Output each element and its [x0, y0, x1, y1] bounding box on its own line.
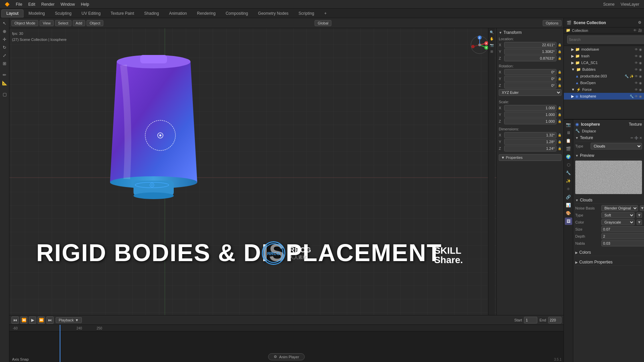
camera-icon[interactable]: 📷	[489, 42, 494, 48]
outliner[interactable]: ▶ 📁 modelsave 👁 ◉ ▶ 📁 trash 👁 ◉	[564, 46, 644, 120]
colors-header[interactable]: ▶ Colors	[575, 249, 642, 256]
render-icon-producttube[interactable]: ◉	[639, 74, 642, 78]
zoom-in-icon[interactable]: 🔍	[489, 29, 494, 35]
dimensions-y-lock[interactable]: 🔒	[558, 140, 561, 143]
props-icon-physics[interactable]: ⚛	[565, 185, 572, 193]
rotate-tool[interactable]: ↻	[1, 44, 8, 51]
anim-player-btn[interactable]: ⚙ Anim Player	[268, 353, 305, 360]
scale-y-input[interactable]	[504, 112, 556, 118]
object-mode-btn[interactable]: Object Mode	[11, 20, 38, 26]
outliner-item-producttube[interactable]: ▲ producttube.003 🔧 ✨ 👁 ◉	[564, 73, 644, 79]
scale-z-lock[interactable]: 🔒	[558, 120, 561, 123]
view-btn[interactable]: View	[40, 20, 54, 26]
preview-header[interactable]: ▼ Preview	[575, 152, 642, 159]
scale-x-lock[interactable]: 🔒	[558, 106, 561, 110]
tab-animation[interactable]: Animation	[164, 9, 192, 17]
eye-icon-icosphere[interactable]: 👁	[635, 95, 638, 98]
texture-type-select[interactable]: Clouds	[591, 143, 642, 149]
play-btn[interactable]: ▶	[29, 316, 36, 324]
eye-icon-bubbles[interactable]: 👁	[635, 68, 638, 71]
viewport-3d[interactable]: fps: 30 (27) Scene Collection | Icospher…	[9, 28, 564, 315]
collection-eye-icon[interactable]: 👁	[633, 28, 637, 32]
transform-tool[interactable]: ⊞	[1, 60, 8, 67]
rotation-x-lock[interactable]: 🔒	[558, 70, 561, 74]
nabla-input[interactable]	[601, 240, 644, 246]
modifier-icon-icosphere[interactable]: 🔧	[630, 95, 634, 98]
render-icon-force[interactable]: ◉	[639, 88, 642, 92]
location-x-lock[interactable]: 🔒	[558, 43, 561, 47]
props-icon-texture[interactable]: 🖼	[565, 218, 572, 225]
clouds-header[interactable]: ▼ Clouds	[575, 197, 642, 204]
props-icon-world[interactable]: 🌍	[565, 153, 572, 161]
modifier-icon-producttube[interactable]: 🔧	[625, 74, 629, 78]
props-icon-object[interactable]: ⬡	[565, 161, 572, 169]
tab-geometry-nodes[interactable]: Geometry Nodes	[253, 9, 293, 17]
tab-uv-editing[interactable]: UV Editing	[76, 9, 106, 17]
outliner-item-icosphere[interactable]: ▶ ◉ Icosphere 🔧 👁 ◉	[564, 93, 644, 100]
options-btn[interactable]: Options	[543, 20, 561, 26]
eye-icon-boxopen[interactable]: 👁	[635, 81, 638, 85]
hand-icon[interactable]: ✋	[489, 36, 494, 41]
render-icon-lca[interactable]: ◉	[639, 61, 642, 65]
props-icon-constraints[interactable]: 🔗	[565, 193, 572, 201]
particles-icon-producttube[interactable]: ✨	[630, 74, 634, 78]
timeline-cursor[interactable]	[60, 325, 60, 362]
prev-frame-btn[interactable]: ⏪	[20, 316, 28, 324]
texture-edit-icon[interactable]: ✏	[631, 136, 633, 140]
collection-search-input[interactable]	[567, 36, 644, 44]
props-icon-particles[interactable]: ✨	[565, 177, 572, 185]
collection-render-icon[interactable]: 🎥	[638, 28, 642, 32]
timeline-area[interactable]: -60 240 250 Axis Snap ⚙ Anim Player 3.5.…	[9, 325, 564, 362]
playback-btn[interactable]: Playback ▼	[56, 317, 82, 323]
scale-tool[interactable]: ⤢	[1, 52, 8, 59]
rotation-z-lock[interactable]: 🔒	[558, 84, 561, 87]
rotation-y-input[interactable]	[504, 76, 556, 82]
dimensions-x-input[interactable]	[504, 132, 556, 138]
location-y-lock[interactable]: 🔒	[558, 50, 561, 53]
start-frame-input[interactable]	[524, 317, 537, 323]
transform-panel-header[interactable]: ▼ Transform	[499, 30, 561, 35]
scale-x-input[interactable]	[504, 105, 556, 111]
dimensions-z-lock[interactable]: 🔒	[558, 147, 561, 150]
render-menu[interactable]: Render	[39, 1, 57, 7]
depth-input[interactable]	[601, 233, 644, 239]
cloud-type-select[interactable]: Soft	[601, 212, 635, 218]
add-btn[interactable]: Add	[73, 20, 86, 26]
tab-add[interactable]: +	[319, 9, 332, 17]
box-select-tool[interactable]: ▢	[1, 90, 8, 98]
window-menu[interactable]: Window	[58, 1, 77, 7]
eye-icon-modelsave[interactable]: 👁	[635, 48, 638, 51]
tab-texture-paint[interactable]: Texture Paint	[106, 9, 139, 17]
texture-close-icon[interactable]: ✕	[639, 136, 642, 140]
options-icon[interactable]: ⚙	[638, 20, 641, 25]
blender-menu[interactable]: 🔶	[2, 1, 12, 7]
tab-rendering[interactable]: Rendering	[192, 9, 220, 17]
tab-layout[interactable]: Layout	[1, 9, 23, 17]
location-y-input[interactable]	[504, 49, 556, 55]
color-plus[interactable]: ▼	[637, 220, 642, 225]
outliner-item-force[interactable]: ▼ ⚡ Force 👁 ◉	[564, 86, 644, 93]
next-frame-btn[interactable]: ⏩	[38, 316, 45, 324]
eye-icon-producttube[interactable]: 👁	[635, 74, 638, 78]
props-icon-material[interactable]: 🎨	[565, 209, 572, 217]
dimensions-z-input[interactable]	[504, 145, 556, 152]
props-icon-scene[interactable]: 🎬	[565, 145, 572, 153]
annotate-tool[interactable]: ✏	[1, 71, 8, 78]
skip-end-btn[interactable]: ⏭	[46, 316, 54, 324]
tab-modeling[interactable]: Modeling	[23, 9, 50, 17]
cloud-type-plus[interactable]: ▼	[637, 213, 642, 218]
noise-basis-plus[interactable]: ▼	[640, 205, 644, 211]
object-btn[interactable]: Object	[87, 20, 103, 26]
props-icon-view-layer[interactable]: 📋	[565, 137, 572, 144]
tab-sculpting[interactable]: Sculpting	[50, 9, 76, 17]
eye-icon-lca[interactable]: 👁	[635, 61, 638, 65]
end-frame-input[interactable]	[548, 317, 561, 323]
size-input[interactable]	[601, 226, 644, 232]
location-z-lock[interactable]: 🔒	[558, 57, 561, 60]
color-select[interactable]: Grayscale	[601, 219, 635, 225]
outliner-item-boxopen[interactable]: ▲ BoxOpen 👁 ◉	[564, 79, 644, 86]
rotation-y-lock[interactable]: 🔒	[558, 77, 561, 80]
skip-start-btn[interactable]: ⏮	[11, 316, 19, 324]
render-icon-modelsave[interactable]: ◉	[639, 48, 642, 51]
transform-global-btn[interactable]: Global	[315, 20, 331, 26]
